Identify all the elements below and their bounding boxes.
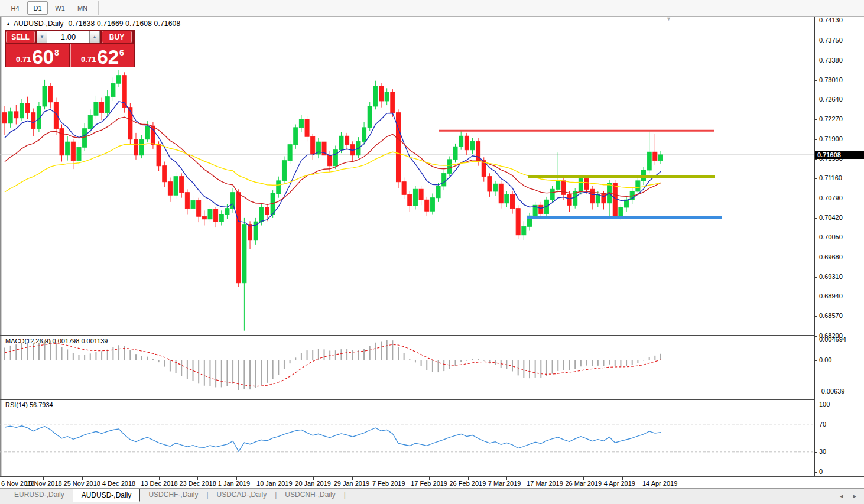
date-axis-label: 14 Apr 2019 — [642, 480, 677, 487]
splitter-macd-rsi[interactable] — [0, 399, 864, 400]
price-axis-label: 0.70050 — [819, 233, 843, 240]
date-axis-label: 23 Dec 2018 — [179, 480, 216, 487]
price-axis-label: 0.74130 — [819, 17, 843, 24]
price-axis-label-tick — [815, 80, 817, 81]
buy-price-display[interactable]: 0.71 62 6 — [70, 44, 134, 67]
date-axis-label: 17 Mar 2019 — [527, 480, 563, 487]
date-axis-label: 17 Feb 2019 — [411, 480, 447, 487]
chart-tabbar: EURUSD-,DailyAUDUSD-,DailyUSDCHF-,Daily|… — [0, 488, 864, 504]
timeframe-button-d1[interactable]: D1 — [27, 1, 48, 15]
macd-axis-max: 0.004694 — [819, 336, 846, 343]
date-axis-label: 1 Jan 2019 — [218, 480, 250, 487]
price-axis-label: 0.71160 — [819, 174, 842, 181]
price-axis-label-tick — [815, 61, 817, 61]
rsi-axis-label-tick — [815, 425, 817, 425]
toolbar-separator — [98, 1, 99, 15]
sell-price-display[interactable]: 0.71 60 8 — [6, 44, 69, 67]
price-axis-label: 0.73010 — [819, 76, 843, 83]
macd-axis-max-tick — [815, 340, 817, 340]
volume-increase-button[interactable]: ▲ — [89, 31, 100, 43]
price-axis-label: 0.72270 — [819, 115, 843, 122]
tab-eurusd[interactable]: EURUSD-,Daily — [6, 489, 73, 500]
tab-audusd[interactable]: AUDUSD-,Daily — [73, 489, 141, 502]
price-axis-label-tick — [815, 277, 817, 278]
timeframe-button-h4[interactable]: H4 — [5, 1, 25, 15]
price-axis-label-tick — [815, 238, 817, 238]
volume-decrease-button[interactable]: ▼ — [37, 31, 47, 43]
price-axis-label-tick — [815, 178, 817, 179]
price-axis-label-tick — [815, 100, 817, 100]
sell-button[interactable]: SELL — [6, 31, 35, 43]
tab-usdchf[interactable]: USDCHF-,Daily — [140, 489, 206, 500]
price-axis-label: 0.73750 — [819, 37, 843, 44]
macd-axis-min: -0.00639 — [819, 388, 844, 395]
splitter-main-macd[interactable] — [0, 335, 864, 336]
price-axis-label-tick — [815, 159, 817, 160]
sell-price-pip: 8 — [54, 48, 59, 57]
macd-axis-zero: 0.00 — [819, 356, 831, 363]
price-axis-label-tick — [815, 41, 817, 41]
hline-objects — [439, 131, 722, 217]
rsi-axis-label-tick — [815, 452, 817, 453]
macd-histogram — [5, 340, 661, 390]
rsi-axis-label: 30 — [819, 448, 826, 455]
price-axis-label: 0.70420 — [819, 214, 843, 221]
chart-title-ohlc: 0.71638 0.71669 0.71608 0.71608 — [69, 19, 181, 28]
macd-signal-line — [5, 344, 661, 386]
date-axis-label: 4 Dec 2018 — [102, 480, 135, 487]
date-axis-label: 7 Mar 2019 — [488, 480, 521, 487]
chart-shift-marker-icon[interactable]: ▼ — [666, 16, 671, 22]
chart-canvas[interactable] — [0, 17, 814, 476]
date-axis-label: 10 Jan 2019 — [256, 480, 293, 487]
rsi-label: RSI(14) 56.7934 — [5, 401, 53, 408]
rsi-axis-label: 0 — [819, 468, 823, 475]
date-axis-label: 13 Dec 2018 — [141, 480, 177, 487]
chart-title-symbol: AUDUSD-,Daily — [14, 19, 64, 28]
price-axis-label: 0.73380 — [819, 57, 843, 64]
date-axis[interactable]: 6 Nov 201815 Nov 201825 Nov 20184 Dec 20… — [0, 477, 814, 488]
macd-axis-min-tick — [815, 392, 817, 392]
volume-input[interactable] — [47, 31, 89, 43]
price-axis-label-tick — [815, 297, 817, 297]
price-axis-label-tick — [815, 218, 817, 219]
buy-price-big: 62 — [97, 49, 119, 65]
buy-price-pip: 6 — [119, 48, 124, 57]
date-axis-label: 25 Nov 2018 — [64, 480, 100, 487]
buy-price-prefix: 0.71 — [81, 56, 96, 65]
macd-axis-zero-tick — [815, 360, 817, 361]
timeframe-button-mn[interactable]: MN — [72, 1, 93, 15]
chart-title: ▲ AUDUSD-,Daily 0.71638 0.71669 0.71608 … — [6, 19, 180, 28]
date-axis-label: 26 Feb 2019 — [450, 480, 486, 487]
one-click-collapse-icon[interactable]: ▲ — [6, 21, 11, 27]
price-axis-label-tick — [815, 336, 817, 337]
price-axis-label-tick — [815, 21, 817, 21]
price-axis-label-tick — [815, 199, 817, 199]
price-axis-label-tick — [815, 139, 817, 140]
tab-usdcad[interactable]: USDCAD-,Daily — [209, 489, 275, 500]
tab-usdcnh[interactable]: USDCNH-,Daily — [277, 489, 343, 500]
date-axis-label: 4 Apr 2019 — [604, 480, 635, 487]
price-axis-label: 0.70790 — [819, 194, 843, 201]
tab-separator: | — [344, 489, 346, 499]
date-axis-label: 20 Jan 2019 — [295, 480, 331, 487]
rsi-axis-label-tick — [815, 405, 817, 405]
price-axis-label: 0.68940 — [819, 292, 843, 300]
rsi-line — [5, 426, 661, 451]
buy-button[interactable]: BUY — [102, 31, 132, 43]
current-price-tag: 0.71608 — [815, 151, 864, 159]
macd-label: MACD(12,26,9) 0.001798 0.001139 — [5, 337, 108, 344]
price-axis-label-tick — [815, 316, 817, 317]
price-axis-label: 0.68570 — [819, 312, 843, 319]
mt4-window: H4D1W1MN ▲ AUDUSD-,Daily 0.71638 0.71669… — [0, 0, 864, 504]
one-click-trading-panel: SELL ▼ ▲ BUY 0.71 60 8 0.71 62 6 — [5, 30, 135, 67]
tabs-scroll-arrows[interactable]: ◂ ▸ — [840, 492, 860, 500]
sell-price-prefix: 0.71 — [16, 56, 31, 65]
price-axis[interactable]: 0.741300.737500.733800.730100.726400.722… — [814, 17, 864, 476]
price-axis-label: 0.72640 — [819, 96, 843, 103]
timeframe-button-w1[interactable]: W1 — [50, 1, 70, 15]
rsi-axis-label: 100 — [819, 401, 830, 408]
rsi-axis-label-tick — [815, 472, 817, 473]
price-axis-label: 0.69310 — [819, 273, 843, 280]
price-axis-label-tick — [815, 119, 817, 120]
date-axis-label: 7 Feb 2019 — [372, 480, 405, 487]
